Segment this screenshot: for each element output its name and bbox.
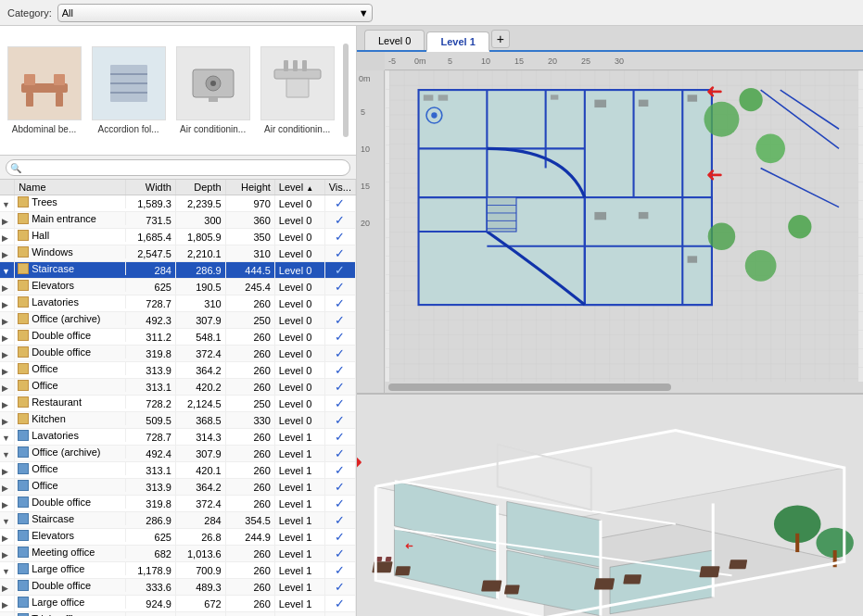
vis-cell[interactable]: ✓ bbox=[324, 279, 355, 295]
expand-arrow[interactable]: ▶ bbox=[2, 317, 8, 326]
collapse-arrow[interactable]: ▼ bbox=[2, 567, 10, 576]
table-row[interactable]: ▶ Elevators 625 26.8 244.9 Level 1 ✓ bbox=[0, 529, 356, 546]
table-row[interactable]: ▶ Double office 319.8 372.4 260 Level 1 … bbox=[0, 496, 356, 512]
visibility-checkbox[interactable]: ✓ bbox=[335, 196, 345, 210]
expand-cell[interactable]: ▶ bbox=[0, 612, 15, 617]
vis-cell[interactable]: ✓ bbox=[324, 195, 355, 212]
visibility-checkbox[interactable]: ✓ bbox=[335, 213, 345, 227]
expand-arrow[interactable]: ▶ bbox=[2, 550, 8, 559]
vis-cell[interactable]: ✓ bbox=[324, 262, 355, 279]
vis-cell[interactable]: ✓ bbox=[324, 362, 355, 379]
vis-cell[interactable]: ✓ bbox=[324, 412, 355, 429]
table-row[interactable]: ▼ Trees 1,589.3 2,239.5 970 Level 0 ✓ bbox=[0, 195, 356, 212]
collapse-arrow[interactable]: ▼ bbox=[2, 267, 10, 276]
visibility-checkbox[interactable]: ✓ bbox=[335, 296, 345, 310]
expand-arrow[interactable]: ▶ bbox=[2, 367, 8, 376]
expand-arrow[interactable]: ▶ bbox=[2, 600, 8, 610]
expand-cell[interactable]: ▶ bbox=[0, 295, 15, 312]
vis-cell[interactable]: ✓ bbox=[324, 546, 355, 562]
visibility-checkbox[interactable]: ✓ bbox=[335, 346, 345, 360]
vis-cell[interactable]: ✓ bbox=[324, 479, 355, 496]
visibility-checkbox[interactable]: ✓ bbox=[335, 563, 345, 577]
expand-cell[interactable]: ▶ bbox=[0, 245, 15, 262]
thumbnail-item[interactable]: Abdominal be... bbox=[6, 46, 82, 134]
visibility-checkbox[interactable]: ✓ bbox=[335, 513, 345, 527]
expand-arrow[interactable]: ▶ bbox=[2, 383, 8, 393]
col-name[interactable]: Name bbox=[15, 180, 126, 195]
table-row[interactable]: ▶ Office 313.9 364.2 260 Level 1 ✓ bbox=[0, 479, 356, 496]
expand-cell[interactable]: ▶ bbox=[0, 212, 15, 229]
col-depth[interactable]: Depth bbox=[175, 180, 225, 195]
table-row[interactable]: ▶ Windows 2,547.5 2,210.1 310 Level 0 ✓ bbox=[0, 245, 356, 262]
table-row[interactable]: ▶ Office 313.1 420.2 260 Level 0 ✓ bbox=[0, 379, 356, 396]
vis-cell[interactable]: ✓ bbox=[324, 612, 355, 617]
table-row[interactable]: ▶ Lavatories 728.7 310 260 Level 0 ✓ bbox=[0, 295, 356, 312]
table-row[interactable]: ▶ Office 313.9 364.2 260 Level 0 ✓ bbox=[0, 362, 356, 379]
collapse-arrow[interactable]: ▼ bbox=[2, 200, 10, 209]
expand-cell[interactable]: ▶ bbox=[0, 579, 15, 596]
expand-arrow[interactable]: ▶ bbox=[2, 484, 8, 493]
table-row[interactable]: ▶ Large office 924.9 672 260 Level 1 ✓ bbox=[0, 596, 356, 612]
visibility-checkbox[interactable]: ✓ bbox=[335, 463, 345, 477]
expand-cell[interactable]: ▶ bbox=[0, 479, 15, 496]
floor-plan-svg[interactable] bbox=[385, 70, 863, 393]
vis-cell[interactable]: ✓ bbox=[324, 529, 355, 546]
expand-cell[interactable]: ▶ bbox=[0, 529, 15, 546]
table-row[interactable]: ▼ Lavatories 728.7 314.3 260 Level 1 ✓ bbox=[0, 429, 356, 446]
table-row[interactable]: ▼ Staircase 286.9 284 354.5 Level 1 ✓ bbox=[0, 512, 356, 529]
col-vis[interactable]: Vis... bbox=[324, 180, 355, 195]
table-row[interactable]: ▶ Meeting office 682 1,013.6 260 Level 1… bbox=[0, 546, 356, 562]
expand-cell[interactable]: ▶ bbox=[0, 596, 15, 612]
thumbnail-item[interactable]: Accordion fol... bbox=[90, 46, 167, 134]
collapse-arrow[interactable]: ▼ bbox=[2, 450, 10, 459]
visibility-checkbox[interactable]: ✓ bbox=[335, 230, 345, 244]
expand-cell[interactable]: ▶ bbox=[0, 412, 15, 429]
search-input[interactable] bbox=[6, 159, 350, 176]
vis-cell[interactable]: ✓ bbox=[324, 212, 355, 229]
expand-cell[interactable]: ▶ bbox=[0, 462, 15, 479]
floor-plan-scrollbar-h[interactable] bbox=[385, 382, 863, 393]
expand-cell[interactable]: ▶ bbox=[0, 546, 15, 562]
table-row[interactable]: ▶ Restaurant 728.2 2,124.5 250 Level 0 ✓ bbox=[0, 396, 356, 412]
expand-arrow[interactable]: ▶ bbox=[2, 534, 8, 543]
expand-cell[interactable]: ▼ bbox=[0, 262, 15, 279]
vis-cell[interactable]: ✓ bbox=[324, 429, 355, 446]
table-row[interactable]: ▶ Office (archive) 492.3 307.9 250 Level… bbox=[0, 312, 356, 329]
expand-arrow[interactable]: ▶ bbox=[2, 300, 8, 309]
col-width[interactable]: Width bbox=[126, 180, 176, 195]
table-row[interactable]: ▶ Double office 333.6 489.3 260 Level 1 … bbox=[0, 579, 356, 596]
expand-cell[interactable]: ▼ bbox=[0, 429, 15, 446]
table-row[interactable]: ▶ Kitchen 509.5 368.5 330 Level 0 ✓ bbox=[0, 412, 356, 429]
vis-cell[interactable]: ✓ bbox=[324, 346, 355, 362]
expand-cell[interactable]: ▼ bbox=[0, 195, 15, 212]
visibility-checkbox[interactable]: ✓ bbox=[335, 530, 345, 544]
expand-cell[interactable]: ▶ bbox=[0, 229, 15, 245]
visibility-checkbox[interactable]: ✓ bbox=[335, 380, 345, 394]
vis-cell[interactable]: ✓ bbox=[324, 462, 355, 479]
expand-arrow[interactable]: ▶ bbox=[2, 283, 8, 293]
vis-cell[interactable]: ✓ bbox=[324, 312, 355, 329]
vis-cell[interactable]: ✓ bbox=[324, 245, 355, 262]
collapse-arrow[interactable]: ▼ bbox=[2, 434, 10, 443]
expand-cell[interactable]: ▶ bbox=[0, 329, 15, 346]
visibility-checkbox[interactable]: ✓ bbox=[335, 413, 345, 427]
collapse-arrow[interactable]: ▼ bbox=[2, 517, 10, 526]
expand-cell[interactable]: ▶ bbox=[0, 312, 15, 329]
expand-cell[interactable]: ▶ bbox=[0, 379, 15, 396]
table-row[interactable]: ▶ Triple office 380.5 607.3 260 Level 1 … bbox=[0, 612, 356, 617]
thumbnail-item[interactable]: Air conditionin... bbox=[174, 46, 251, 134]
expand-cell[interactable]: ▼ bbox=[0, 512, 15, 529]
vis-cell[interactable]: ✓ bbox=[324, 396, 355, 412]
table-row[interactable]: ▶ Hall 1,685.4 1,805.9 350 Level 0 ✓ bbox=[0, 229, 356, 245]
category-select-wrapper[interactable]: All ▼ bbox=[57, 4, 373, 22]
vis-cell[interactable]: ✓ bbox=[324, 496, 355, 512]
visibility-checkbox[interactable]: ✓ bbox=[335, 246, 345, 260]
visibility-checkbox[interactable]: ✓ bbox=[335, 396, 345, 410]
visibility-checkbox[interactable]: ✓ bbox=[335, 330, 345, 344]
tab-level1[interactable]: Level 1 bbox=[426, 31, 489, 52]
vis-cell[interactable]: ✓ bbox=[324, 512, 355, 529]
vis-cell[interactable]: ✓ bbox=[324, 379, 355, 396]
expand-arrow[interactable]: ▶ bbox=[2, 400, 8, 409]
expand-arrow[interactable]: ▶ bbox=[2, 500, 8, 509]
visibility-checkbox[interactable]: ✓ bbox=[335, 547, 345, 560]
